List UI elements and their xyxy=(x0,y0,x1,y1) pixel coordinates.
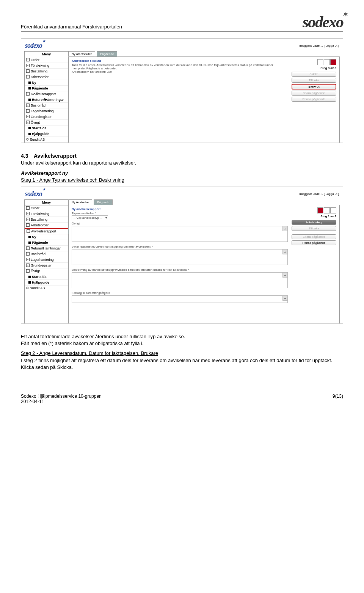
sidebar-item[interactable]: -Arbetsorder xyxy=(25,74,68,80)
tab-pagaende[interactable]: Pågende xyxy=(94,199,113,205)
step2-text: I steg 2 finns möjlighet att registrera … xyxy=(21,358,333,370)
tabs: Ny Avvikelse Pågende xyxy=(68,199,340,205)
sidebar-item-label: Förskrivning xyxy=(31,64,49,67)
spara-button[interactable]: Spara pågående xyxy=(292,234,336,239)
sidebar-item-label: Returer/Hämtningar xyxy=(31,246,61,250)
sidebar: Meny -Order+Förskrivning+Beställning-Arb… xyxy=(24,51,69,143)
collapse-icon: - xyxy=(26,58,30,61)
bullet-icon xyxy=(28,82,31,84)
sidebar-item[interactable]: +Arbetsorder xyxy=(25,223,68,228)
sidebar-item[interactable]: +Övrigt xyxy=(25,120,68,126)
sidebar-item-label: Avvikelserapport xyxy=(31,229,56,233)
paragraph-1: Ett antal fördefinierade avvikelser åter… xyxy=(21,333,343,347)
step-indicator xyxy=(292,59,336,65)
sidebar-item-label: Grundregister xyxy=(31,115,52,119)
sidebar-item[interactable]: +Lagerhantering xyxy=(25,257,68,263)
ovrigt-textarea[interactable]: ▴ xyxy=(72,226,288,242)
q3-label: Förslag till förbättringsåtgärd xyxy=(72,291,288,295)
tillbaka-button[interactable]: Tillbaka xyxy=(292,78,336,83)
sub-section: Avvikelserapport ny Steg 1 - Ange Typ av… xyxy=(21,170,343,184)
q1-textarea[interactable]: ▴ xyxy=(72,249,288,265)
sidebar-item[interactable]: +Beställning xyxy=(25,217,68,223)
sidebar-item[interactable]: Returer/Hämtningar xyxy=(25,97,68,103)
sidebar-item-label: Sundit AB xyxy=(30,138,45,141)
collapse-icon: - xyxy=(26,75,30,78)
tab-pagaende[interactable]: Pågående xyxy=(97,51,117,57)
sidebar-item[interactable]: +Avvikelserapport xyxy=(25,91,68,97)
sidebar-item[interactable]: +Grundregister xyxy=(25,263,68,268)
bullet-icon xyxy=(28,133,31,135)
sidebar-item-label: Avvikelserapport xyxy=(31,92,56,96)
sidebar-item-label: Order xyxy=(31,58,39,62)
bullet-icon xyxy=(28,99,31,101)
menu-header: Meny xyxy=(25,200,68,206)
tillbaka-button[interactable]: Tillbaka xyxy=(292,226,336,231)
sidebar-item[interactable]: +Förskrivning xyxy=(25,63,68,69)
sidebar-item-label: Hjälpguide xyxy=(32,132,49,136)
step-indicator xyxy=(292,207,336,213)
sidebar-item-label: Hjälpguide xyxy=(32,281,49,284)
sidebar-item[interactable]: Hjälpguide xyxy=(25,131,68,137)
sidebar-item[interactable]: Ny xyxy=(25,234,68,240)
login-status: Inloggad: Calle, 1 [ Logga ut ] xyxy=(299,44,339,47)
sidebar-item-label: Arbetsorder xyxy=(31,223,49,227)
collapse-icon: - xyxy=(26,206,30,210)
sidebar-item[interactable]: Pågående xyxy=(25,86,68,91)
rensa-button[interactable]: Rensa pågående xyxy=(292,97,336,102)
tab-ny-avvikelse[interactable]: Ny Avvikelse xyxy=(68,199,92,205)
sidebar-item[interactable]: +Övrigt xyxy=(25,268,68,274)
sidebar-item[interactable]: +Returer/Hämtningar xyxy=(25,246,68,251)
expand-icon: + xyxy=(26,121,30,124)
sidebar-item-label: Grundregister xyxy=(31,264,52,267)
sidebar-item-label: Ny xyxy=(32,235,36,239)
content-title: Arbetsorder skickad xyxy=(72,59,288,63)
sidebar-item[interactable]: ©Sundit AB xyxy=(25,137,68,143)
sidebar-item[interactable]: +Grundregister xyxy=(25,114,68,120)
rensa-button[interactable]: Rensa pågående xyxy=(292,240,336,245)
bullet-icon xyxy=(28,242,31,244)
sidebar-item[interactable]: Startsida xyxy=(25,274,68,280)
skicka-button[interactable]: Skicka xyxy=(292,72,336,77)
sidebar-item[interactable]: +Förskrivning xyxy=(25,211,68,217)
sidebar-item[interactable]: -Order xyxy=(25,57,68,63)
sidebar-item[interactable]: Hjälpguide xyxy=(25,280,68,286)
sidebar-item[interactable]: Pågående xyxy=(25,240,68,246)
sidebar-item[interactable]: -Avvikelserapport xyxy=(25,228,68,234)
q3-textarea[interactable]: ▴ xyxy=(72,295,288,303)
q2-textarea[interactable]: ▴ xyxy=(72,272,288,288)
scroll-up-icon[interactable]: ▴ xyxy=(282,296,287,301)
step-box-1 xyxy=(317,59,323,65)
skriv-ut-button[interactable]: Skriv ut xyxy=(292,84,336,89)
copyright-icon: © xyxy=(26,138,29,141)
sidebar-item-label: Pågående xyxy=(32,241,48,245)
star-icon: ✶ xyxy=(342,11,347,17)
sidebar-item[interactable]: Startsida xyxy=(25,126,68,131)
sidebar-item[interactable]: +Basförråd xyxy=(25,103,68,108)
step-label: Steg 1 av 3 xyxy=(292,215,336,218)
app-topbar: sodexo✶ Inloggad: Calle, 1 [ Logga ut ] xyxy=(24,189,340,199)
tab-ny-arbetsorder[interactable]: Ny arbetsorder xyxy=(68,51,95,57)
nasta-steg-button[interactable]: Nästa steg xyxy=(292,220,336,225)
sidebar-item[interactable]: -Order xyxy=(25,206,68,211)
typ-select[interactable]: -- Välj avvikelsetyp -- xyxy=(72,215,108,220)
scroll-up-icon[interactable]: ▴ xyxy=(282,226,287,231)
sidebar-item-label: Basförråd xyxy=(31,252,46,256)
sidebar-item[interactable]: +Lagerhantering xyxy=(25,108,68,114)
screenshot-2: sodexo✶ Inloggad: Calle, 1 [ Logga ut ] … xyxy=(21,187,343,324)
sidebar-item-label: Returer/Hämtningar xyxy=(32,98,64,102)
expand-icon: + xyxy=(26,64,30,67)
sidebar-item[interactable]: +Beställning xyxy=(25,69,68,74)
sidebar-item[interactable]: +Basförråd xyxy=(25,251,68,257)
document-header: Förenklad användarmanual Förskrivarporta… xyxy=(21,15,343,31)
sidebar-item-label: Sundit AB xyxy=(30,286,45,290)
sodexo-logo: sodexo✶ xyxy=(303,15,343,30)
page-number: 9(13) xyxy=(333,394,343,404)
expand-icon: + xyxy=(26,264,30,267)
sidebar-item[interactable]: ©Sundit AB xyxy=(25,286,68,291)
scroll-up-icon[interactable]: ▴ xyxy=(282,249,287,254)
scroll-up-icon[interactable]: ▴ xyxy=(282,273,287,278)
document-header-title: Förenklad användarmanual Förskrivarporta… xyxy=(21,24,122,30)
sidebar-item[interactable]: Ny xyxy=(25,80,68,86)
right-panel: Steg 3 av 3 Skicka Tillbaka Skriv ut Spa… xyxy=(292,59,336,140)
spara-button[interactable]: Spara pågående xyxy=(292,91,336,96)
